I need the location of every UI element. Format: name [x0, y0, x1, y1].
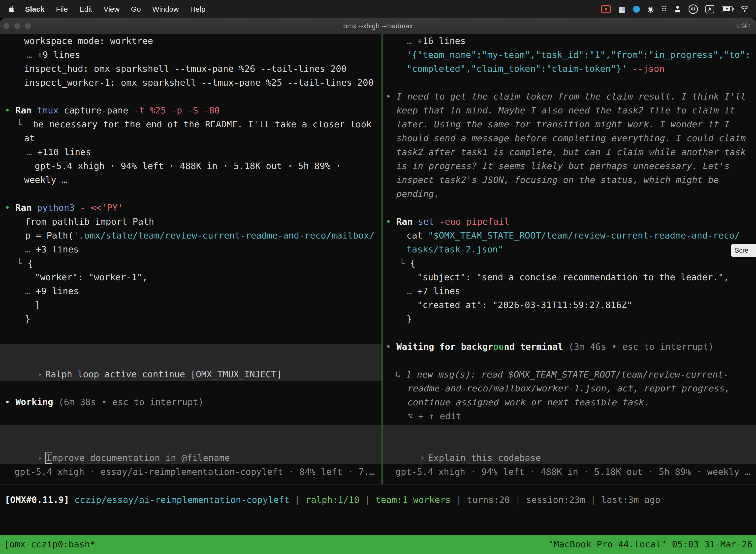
terminal-line: weekly … — [24, 173, 67, 187]
terminal-line: ↳ 1 new msg(s): read $OMX_TEAM_STATE_ROO… — [395, 368, 729, 382]
terminal-line: cat "$OMX_TEAM_STATE_ROOT/team/review-cu… — [406, 229, 740, 242]
terminal-line: at — [24, 131, 35, 145]
terminal-line: pending. — [396, 187, 439, 201]
terminal-line: ⌥ + ↑ edit — [407, 409, 461, 423]
menu-go[interactable]: Go — [125, 0, 146, 18]
omx-version: [OMX#0.11.9] — [5, 495, 69, 505]
screenshot-tooltip: Scre — [731, 244, 756, 257]
separator: | — [290, 495, 306, 505]
terminal-line: continue assigned work or next feasible … — [407, 395, 649, 409]
terminal-line: "created_at": "2026-03-31T11:59:27.816Z" — [417, 298, 632, 312]
terminal-line: └ { — [17, 257, 33, 270]
terminal-line: • Ran tmux capture-pane -t %25 -p -S -80 — [5, 104, 220, 117]
terminal-line: should send a message before completing … — [396, 131, 746, 145]
terminal-line: task2 after task1 is complete, but can I… — [396, 145, 746, 159]
terminal-line: workspace_mode: worktree — [24, 34, 153, 48]
terminal-line: } — [25, 312, 30, 326]
omx-last-activity: last:3m ago — [601, 495, 660, 505]
terminal-line: "subject": "send a concise recommendatio… — [417, 270, 729, 284]
terminal-line: … +16 lines — [406, 34, 465, 48]
separator: | — [510, 495, 526, 505]
terminal-line: inspect_hud: omx sparkshell --tmux-pane … — [24, 62, 346, 76]
omx-ralph-counter: ralph:1/10 — [306, 495, 359, 505]
terminal-line: └ be necessary for the end of the README… — [17, 117, 372, 131]
menu-view[interactable]: View — [98, 0, 125, 18]
terminal-line: keep that in mind. Maybe I also need the… — [396, 104, 735, 117]
menu-bar: Slack File Edit View Go Window Help ▦ ◉ … — [0, 0, 756, 18]
terminal-line: readme-and-reco/mailbox/worker-1.json, a… — [407, 382, 730, 395]
battery-icon[interactable] — [722, 6, 733, 12]
terminal-line: • Ran set -euo pipefail — [386, 215, 509, 229]
terminal-line: • Ran python3 - <<'PY' — [5, 201, 123, 215]
terminal-line: is in progress? It seems likely but perh… — [396, 159, 730, 173]
terminal-line: gpt-5.4 xhigh · 94% left · 488K in · 5.1… — [395, 465, 750, 479]
apple-menu-icon[interactable] — [0, 5, 19, 13]
terminal-line: p = Path('.omx/state/team/review-current… — [25, 229, 375, 242]
terminal-line: └ { — [399, 257, 416, 270]
omx-team-workers: team:1 workers — [376, 495, 451, 505]
tmux-status-bar: [omx-cczip0:bash* "MacBook-Pro-44.local"… — [0, 535, 756, 554]
terminal-line: … +9 lines — [25, 284, 79, 298]
omx-session-time: session:23m — [526, 495, 585, 505]
separator: | — [359, 495, 376, 505]
terminal-line: "worker": "worker-1", — [35, 270, 147, 284]
separator: | — [585, 495, 601, 505]
terminal-line: tasks/task-2.json" — [406, 242, 503, 257]
window-shortcut-hint: ⌥⌘1 — [734, 18, 752, 34]
menu-window[interactable]: Window — [146, 0, 185, 18]
terminal-window: omx --xhigh --madmax ⌥⌘1 workspace_mode:… — [0, 18, 756, 554]
omx-turns: turns:20 — [467, 495, 510, 505]
terminal-line: "completed","claim_token":"claim-token"}… — [406, 62, 665, 76]
terminal-line: • Waiting for background terminal (3m 46… — [386, 340, 713, 354]
terminal-line: … +110 lines — [26, 145, 91, 159]
terminal-line: • I need to get the claim token from the… — [386, 90, 746, 104]
terminal-line: … +7 lines — [406, 284, 460, 298]
terminal-line: gpt-5.4 xhigh · 94% left · 488K in · 5.1… — [35, 159, 341, 173]
window-title: omx --xhigh --madmax — [0, 18, 756, 34]
person-icon[interactable] — [674, 6, 681, 13]
menu-help[interactable]: Help — [185, 0, 211, 18]
input-source-icon[interactable]: A — [705, 5, 714, 13]
dots-grid-icon[interactable]: ⠿ — [661, 5, 667, 13]
terminal-line: inspect_worker-1: omx sparkshell --tmux-… — [24, 76, 374, 90]
terminal-line: } — [406, 312, 412, 326]
terminal-line: … +9 lines — [26, 48, 80, 62]
menu-edit[interactable]: Edit — [74, 0, 98, 18]
window-titlebar[interactable]: omx --xhigh --madmax ⌥⌘1 — [0, 18, 756, 34]
terminal-line: ] — [35, 298, 40, 312]
menu-file[interactable]: File — [50, 0, 73, 18]
terminal-line: later. Using the same for transition mig… — [396, 117, 730, 131]
screen-recording-indicator-icon[interactable] — [601, 5, 611, 13]
omx-repo-path: cczip/essay/ai-reimplementation-copyleft — [74, 495, 290, 505]
tmux-session-window: [omx-cczip0:bash* — [4, 535, 95, 554]
app-menu-slack[interactable]: Slack — [19, 0, 50, 18]
terminal-line: '{"team_name":"my-team","task_id":"1","f… — [406, 48, 751, 62]
terminal: workspace_mode: worktree… +9 linesinspec… — [0, 34, 756, 554]
menubar-status-icons: ▦ ◉ ⠿ 61 A — [601, 4, 756, 14]
terminal-line: • Working (6m 38s • esc to interrupt) — [5, 395, 204, 409]
circle-app-icon[interactable]: ◉ — [647, 5, 654, 13]
terminal-line: … +3 lines — [25, 242, 79, 257]
gauge-badge-icon[interactable]: 61 — [689, 4, 698, 14]
separator: | — [451, 495, 467, 505]
grid-app-icon[interactable]: ▦ — [618, 5, 625, 13]
terminal-scrollback: workspace_mode: worktree… +9 linesinspec… — [0, 34, 756, 554]
terminal-line: from pathlib import Path — [25, 215, 154, 229]
blue-app-icon[interactable] — [633, 6, 640, 13]
terminal-line: gpt-5.4 xhigh · essay/ai-reimplementatio… — [14, 465, 375, 479]
wifi-icon[interactable] — [740, 6, 749, 13]
tmux-host-datetime: "MacBook-Pro-44.local" 05:03 31-Mar-26 — [548, 535, 753, 554]
terminal-line: inspect task2's JSON, focusing on the st… — [396, 173, 719, 187]
omx-status-line: [OMX#0.11.9]cczip/essay/ai-reimplementat… — [5, 493, 660, 507]
